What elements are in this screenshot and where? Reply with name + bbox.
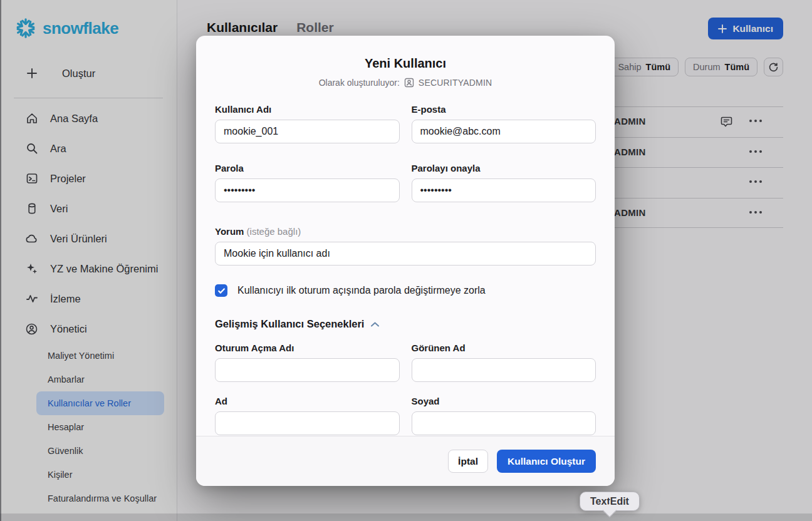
user-badge-icon	[404, 78, 414, 88]
window-left-edge	[0, 0, 1, 521]
sidebar-item-label: Projeler	[50, 173, 86, 185]
creating-as-role: SECURITYADMIN	[419, 78, 492, 88]
modal-footer: İptal Kullanıcı Oluştur	[196, 436, 615, 486]
sidebar-item-home[interactable]: Ana Sayfa	[0, 103, 177, 133]
sidebar-item-label: Yönetici	[50, 323, 87, 335]
sidebar-item-label: Ara	[50, 143, 66, 155]
display-name-label: Görünen Ad	[412, 343, 596, 353]
confirm-password-input[interactable]	[412, 178, 596, 202]
user-name-partial: ADMIN	[614, 207, 646, 218]
add-user-button-label: Kullanıcı	[732, 23, 773, 34]
username-label: Kullanıcı Adı	[215, 104, 400, 115]
owner-filter-label: Sahip	[618, 62, 641, 72]
status-filter[interactable]: Durum Tümü	[685, 58, 757, 76]
snowflake-logo[interactable]: snowflake	[0, 0, 177, 40]
ellipsis-icon[interactable]	[749, 120, 762, 122]
admin-subnav: Maliyet Yönetimi Ambarlar Kullanıcılar v…	[0, 344, 177, 510]
first-name-input[interactable]	[215, 411, 400, 435]
sidebar-item-projects[interactable]: Projeler	[0, 163, 177, 193]
checkmark-icon	[217, 287, 226, 295]
user-name-partial: ADMIN	[614, 116, 646, 126]
database-icon	[25, 202, 38, 215]
ellipsis-icon[interactable]	[749, 211, 762, 214]
last-name-input[interactable]	[412, 411, 596, 435]
owner-filter[interactable]: Sahip Tümü	[610, 58, 679, 76]
sparkles-icon	[25, 262, 38, 276]
sidebar-item-accounts[interactable]: Hesaplar	[36, 415, 164, 439]
force-password-change-checkbox[interactable]	[215, 284, 227, 297]
sidebar-item-monitoring[interactable]: İzleme	[0, 284, 177, 314]
sidebar-item-label: YZ ve Makine Öğrenimi	[50, 263, 158, 275]
first-name-label: Ad	[215, 396, 400, 406]
comment-label: Yorum (isteğe bağlı)	[215, 226, 596, 237]
sidebar-item-label: Ana Sayfa	[50, 113, 98, 125]
sidebar-item-admin[interactable]: Yönetici	[0, 314, 177, 344]
admin-icon	[25, 322, 38, 336]
comment-icon[interactable]	[720, 115, 733, 131]
sidebar-item-data[interactable]: Veri	[0, 193, 177, 224]
new-user-modal: Yeni Kullanıcı Olarak oluşturuluyor: SEC…	[196, 36, 615, 486]
last-name-label: Soyad	[412, 396, 596, 406]
display-name-input[interactable]	[412, 358, 596, 382]
dock-tooltip: TextEdit	[580, 492, 640, 511]
sidebar-item-data-products[interactable]: Veri Ürünleri	[0, 224, 177, 254]
sidebar-item-label: Veri	[50, 203, 68, 215]
modal-title: Yeni Kullanıcı	[215, 56, 596, 71]
sidebar-divider	[14, 98, 163, 98]
force-password-change-row: Kullanıcıyı ilk oturum açışında parola d…	[215, 284, 596, 297]
plus-icon	[718, 24, 727, 33]
tab-users[interactable]: Kullanıcılar	[207, 20, 278, 35]
email-label: E-posta	[412, 104, 596, 115]
sidebar-item-cost-management[interactable]: Maliyet Yönetimi	[36, 344, 164, 368]
login-name-label: Oturum Açma Adı	[215, 343, 400, 353]
sidebar-item-label: İzleme	[50, 293, 81, 305]
desktop-edge	[0, 513, 812, 521]
sidebar-item-ai-ml[interactable]: YZ ve Makine Öğrenimi	[0, 254, 177, 284]
sidebar-item-label: Veri Ürünleri	[50, 233, 107, 245]
cloud-icon	[25, 232, 38, 245]
creating-as-label: Olarak oluşturuluyor:	[319, 78, 400, 88]
sidebar-item-users-roles[interactable]: Kullanıcılar ve Roller	[36, 391, 164, 415]
tab-roles[interactable]: Roller	[296, 20, 334, 35]
confirm-password-label: Parolayı onayla	[412, 163, 596, 173]
cancel-button[interactable]: İptal	[448, 450, 488, 473]
sidebar-item-security[interactable]: Güvenlik	[36, 439, 164, 463]
sidebar: snowflake Oluştur Ana Sayfa Ara	[0, 0, 177, 521]
status-filter-label: Durum	[693, 62, 721, 72]
password-input[interactable]	[215, 178, 400, 202]
owner-filter-value: Tümü	[646, 62, 670, 72]
comment-input[interactable]	[215, 242, 596, 266]
add-user-button[interactable]: Kullanıcı	[708, 18, 783, 39]
force-password-change-label: Kullanıcıyı ilk oturum açışında parola d…	[237, 285, 486, 296]
sidebar-item-label: Oluştur	[62, 68, 95, 80]
comment-optional-label: (isteğe bağlı)	[247, 226, 301, 237]
password-label: Parola	[215, 163, 400, 173]
sidebar-item-create[interactable]: Oluştur	[0, 65, 177, 81]
ellipsis-icon[interactable]	[749, 180, 762, 183]
dock-tooltip-label: TextEdit	[590, 496, 629, 507]
sidebar-item-search[interactable]: Ara	[0, 133, 177, 163]
search-icon	[25, 142, 38, 155]
advanced-options-label: Gelişmiş Kullanıcı Seçenekleri	[215, 318, 364, 330]
sidebar-item-billing-terms[interactable]: Faturalandırma ve Koşullar	[36, 487, 164, 510]
activity-icon	[25, 292, 38, 306]
email-input[interactable]	[412, 120, 596, 143]
create-user-button[interactable]: Kullanıcı Oluştur	[497, 450, 596, 473]
login-name-input[interactable]	[215, 358, 400, 382]
refresh-button[interactable]	[764, 58, 783, 76]
sidebar-item-contacts[interactable]: Kişiler	[36, 463, 164, 487]
snowflake-logo-icon	[14, 16, 38, 40]
refresh-icon	[768, 62, 779, 73]
chevron-up-icon	[370, 321, 380, 328]
status-filter-value: Tümü	[725, 62, 749, 72]
page-tabs: Kullanıcılar Roller	[207, 20, 334, 35]
username-input[interactable]	[215, 120, 400, 143]
user-name-partial: ADMIN	[614, 147, 646, 157]
sidebar-nav: Ana Sayfa Ara Projeler Veri	[0, 103, 177, 344]
logo-wordmark: snowflake	[43, 19, 118, 38]
ellipsis-icon[interactable]	[749, 150, 762, 153]
sidebar-item-warehouses[interactable]: Ambarlar	[36, 368, 164, 391]
plus-icon	[25, 67, 38, 80]
advanced-options-toggle[interactable]: Gelişmiş Kullanıcı Seçenekleri	[215, 318, 596, 330]
creating-as-row: Olarak oluşturuluyor: SECURITYADMIN	[215, 78, 596, 88]
